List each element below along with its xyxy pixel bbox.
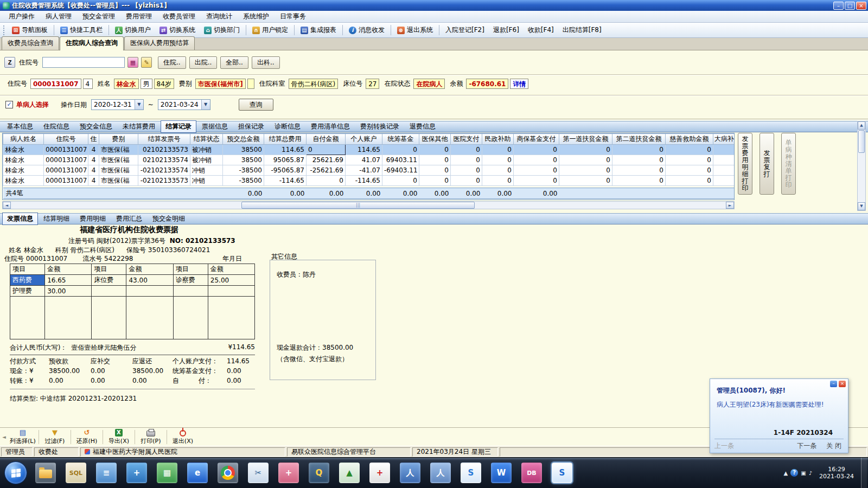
- folder-icon[interactable]: [35, 463, 56, 483]
- menu-日常事务[interactable]: 日常事务: [275, 10, 311, 23]
- detail-tab-票据信息[interactable]: 票据信息: [197, 120, 233, 133]
- grid-column-结算总费用[interactable]: 结算总费用: [264, 134, 307, 145]
- grid-column-第二道扶贫金额[interactable]: 第二道扶贫金额: [612, 134, 666, 145]
- settlement-row[interactable]: 林金水00001310074市医保(福02102133574被冲销3850095…: [3, 155, 735, 165]
- yilian-app-icon[interactable]: S: [461, 463, 481, 483]
- settlement-row[interactable]: 林金水00001310074市医保(福02102133573被冲销3850011…: [3, 145, 735, 155]
- detail-tab-退费信息[interactable]: 退费信息: [405, 120, 441, 133]
- scrollbar-thumb[interactable]: [858, 130, 865, 153]
- grid-column-结算状态[interactable]: 结算状态: [190, 134, 223, 145]
- menu-费用管理[interactable]: 费用管理: [120, 10, 157, 23]
- patient-field-value-11[interactable]: 详情: [510, 79, 528, 89]
- toolbar-入院登记[F2][interactable]: 入院登记[F2]: [441, 23, 489, 37]
- hidden-icons-arrow[interactable]: ▲: [784, 470, 788, 476]
- grid-column-自付金额[interactable]: 自付金额: [307, 134, 346, 145]
- filter-button-住院..[interactable]: 住院..: [158, 56, 186, 69]
- invoice-tab-发票信息[interactable]: 发票信息: [2, 213, 38, 225]
- invoice-item-row[interactable]: 护理费30.00: [10, 286, 255, 297]
- button-发票复打[interactable]: 发票复打: [760, 133, 774, 195]
- grid-column-商保基金支付[interactable]: 商保基金支付: [514, 134, 559, 145]
- notification-next-link[interactable]: 下一条: [797, 441, 816, 451]
- db-tool-icon[interactable]: DB: [521, 463, 542, 483]
- notification-minimize-button[interactable]: [830, 381, 837, 387]
- wps-icon[interactable]: W: [491, 463, 512, 483]
- toolbar-导航面板[interactable]: ⊞导航面板: [8, 23, 52, 37]
- filter-button-出科..[interactable]: 出科..: [252, 56, 280, 69]
- action-列选择(L)[interactable]: ▤列选择(L): [8, 428, 37, 446]
- card-view-icon[interactable]: ▦: [127, 57, 138, 68]
- grid-column-结算发票号[interactable]: 结算发票号: [138, 134, 190, 145]
- settlement-row[interactable]: 林金水00001310074市医保(福-02102133573冲销-38500-…: [3, 176, 735, 186]
- crm-app-icon[interactable]: 人: [430, 463, 451, 483]
- grid-column-民政补助[interactable]: 民政补助: [482, 134, 514, 145]
- action-打印(P)[interactable]: 打印(P): [136, 428, 165, 446]
- toolbar-收款[F4][interactable]: 收款[F4]: [524, 23, 558, 37]
- nurse-app-icon[interactable]: +: [278, 463, 299, 483]
- grid-column-医院支付[interactable]: 医院支付: [451, 134, 482, 145]
- main-tab-住院病人综合查询[interactable]: 住院病人综合查询: [60, 36, 124, 50]
- detail-tab-住院信息[interactable]: 住院信息: [39, 120, 74, 133]
- detail-tab-结算记录[interactable]: 结算记录: [161, 120, 196, 133]
- date-to-select[interactable]: 2021-03-24▼: [158, 99, 210, 110]
- detail-tab-费用清单信息[interactable]: 费用清单信息: [306, 120, 355, 133]
- stats-app-icon[interactable]: ▲: [339, 463, 360, 483]
- toolbar-用户锁定[interactable]: ∩用户锁定: [248, 23, 292, 37]
- sql-query-icon[interactable]: Q: [309, 463, 329, 483]
- help-icon[interactable]: ?: [790, 469, 798, 477]
- network-icon[interactable]: ▣: [801, 470, 806, 476]
- main-tab-医保病人费用预结算[interactable]: 医保病人费用预结算: [124, 36, 195, 50]
- toolbar-切换用户[interactable]: 人切换用户: [111, 23, 155, 37]
- filter-button-出院..[interactable]: 出院..: [189, 56, 218, 69]
- grid-column-预交总金额[interactable]: 预交总金额: [223, 134, 264, 145]
- grid-column-住院号[interactable]: 住院号: [44, 134, 88, 145]
- scroll-right-icon[interactable]: ►: [726, 202, 734, 209]
- filter-button-全部..[interactable]: 全部..: [220, 56, 248, 69]
- chevron-down-icon[interactable]: ▼: [201, 100, 210, 110]
- detail-tab-基本信息[interactable]: 基本信息: [2, 120, 38, 133]
- notification-close-link[interactable]: 关 闭: [826, 441, 841, 451]
- invoice-tab-费用明细[interactable]: 费用明细: [75, 213, 111, 225]
- toolbar-集成报表[interactable]: ▤集成报表: [296, 23, 341, 37]
- notes-icon[interactable]: ≡: [96, 463, 117, 483]
- date-from-select[interactable]: 2020-12-31▼: [91, 99, 144, 110]
- button-发票费用明细打印[interactable]: 发票费用明细打印: [738, 133, 752, 195]
- single-patient-checkbox[interactable]: ✓: [5, 101, 13, 108]
- query-button[interactable]: 查询: [239, 99, 273, 111]
- grid-column-住[interactable]: 住: [88, 134, 99, 145]
- sql-tool-icon[interactable]: SQL: [66, 463, 86, 483]
- z-shortcut-button[interactable]: Z: [4, 57, 15, 68]
- browser-icon[interactable]: e: [187, 463, 208, 483]
- close-button[interactable]: ×: [856, 2, 866, 10]
- grid-column-第一道扶贫金额[interactable]: 第一道扶贫金额: [559, 134, 612, 145]
- main-tab-收费员综合查询[interactable]: 收费员综合查询: [2, 36, 59, 50]
- admission-no-input[interactable]: [42, 57, 125, 68]
- invoice-tab-费用汇总[interactable]: 费用汇总: [111, 213, 147, 225]
- detail-tab-诊断信息[interactable]: 诊断信息: [270, 120, 305, 133]
- detail-tab-担保记录[interactable]: 担保记录: [233, 120, 269, 133]
- grid-column-大病补偿金额[interactable]: 大病补偿金额: [713, 134, 735, 145]
- invoice-item-row[interactable]: 西药费16.65床位费43.00诊察费25.00: [10, 275, 255, 286]
- grid-column-统筹基金[interactable]: 统筹基金: [382, 134, 419, 145]
- notification-prev-link[interactable]: 上一条: [714, 441, 734, 451]
- volume-icon[interactable]: ♪: [809, 470, 812, 476]
- menu-查询统计[interactable]: 查询统计: [201, 10, 238, 23]
- invoice-tab-结算明细[interactable]: 结算明细: [39, 213, 74, 225]
- settlement-row[interactable]: 林金水00001310074市医保(福-02102133574冲销-38500-…: [3, 165, 735, 176]
- taskbar-clock[interactable]: 16:29 2021-03-24: [819, 466, 854, 480]
- toolbar-切换系统[interactable]: ⇄切换系统: [155, 23, 200, 37]
- grid-column-个人账户[interactable]: 个人账户: [346, 134, 382, 145]
- green-app-icon[interactable]: ▦: [157, 463, 177, 483]
- menu-用户操作[interactable]: 用户操作: [3, 10, 40, 23]
- menu-病人管理[interactable]: 病人管理: [40, 10, 77, 23]
- scroll-left-icon[interactable]: ◄: [3, 202, 11, 209]
- collapse-left-icon[interactable]: ◄: [2, 434, 6, 440]
- chrome-icon[interactable]: [218, 463, 238, 483]
- vertical-scrollbar[interactable]: ▲ ▼: [857, 121, 866, 211]
- show-desktop-button[interactable]: [861, 458, 867, 488]
- detail-tab-预交金信息[interactable]: 预交金信息: [75, 120, 117, 133]
- action-导出(X)[interactable]: X导出(X): [104, 428, 133, 446]
- scroll-up-icon[interactable]: ▲: [858, 121, 865, 130]
- detail-tab-费别转换记录[interactable]: 费别转换记录: [355, 120, 404, 133]
- start-button[interactable]: [4, 461, 27, 484]
- detail-tab-未结算费用[interactable]: 未结算费用: [118, 120, 160, 133]
